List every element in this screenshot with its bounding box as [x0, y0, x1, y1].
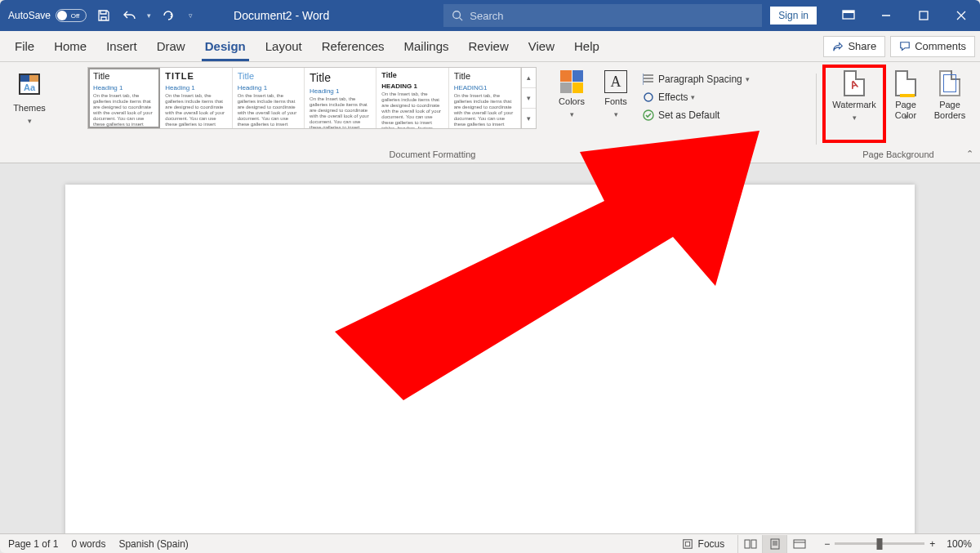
style-item-5[interactable]: TitleHEADING 1On the Insert tab, the gal…: [376, 68, 448, 128]
ribbon-tabs: File Home Insert Draw Design Layout Refe…: [0, 31, 980, 62]
zoom-controls: − + 100%: [824, 538, 972, 550]
document-page[interactable]: [65, 185, 915, 533]
colors-icon: [560, 70, 583, 93]
ribbon: Aa Themes ▾ TitleHeading 1On the Insert …: [0, 62, 980, 163]
focus-label: Focus: [698, 538, 725, 550]
paragraph-spacing-button[interactable]: Paragraph Spacing ▾: [639, 70, 777, 88]
themes-button[interactable]: Aa Themes ▾: [8, 67, 51, 129]
undo-icon[interactable]: [121, 7, 139, 25]
zoom-in-button[interactable]: +: [929, 538, 935, 550]
minimize-icon[interactable]: [867, 0, 905, 31]
status-language[interactable]: Spanish (Spain): [118, 538, 188, 550]
document-canvas[interactable]: [0, 163, 980, 533]
quick-access-toolbar: AutoSave Off ▾ ▿: [0, 7, 201, 25]
read-mode-button[interactable]: [737, 535, 762, 553]
zoom-level[interactable]: 100%: [947, 538, 972, 550]
effects-button[interactable]: Effects ▾: [639, 88, 777, 106]
fonts-icon: A: [604, 70, 627, 93]
title-bar: AutoSave Off ▾ ▿ Document2 - Word Search…: [0, 0, 980, 31]
focus-mode-button[interactable]: Focus: [682, 538, 725, 550]
gallery-up-button[interactable]: ▴: [522, 68, 536, 88]
page-color-button[interactable]: Page Color ▾: [885, 67, 926, 129]
chevron-down-icon: ▾: [614, 110, 618, 118]
paragraph-spacing-label: Paragraph Spacing: [658, 74, 742, 85]
print-layout-button[interactable]: [762, 535, 786, 553]
set-default-button[interactable]: Set as Default: [639, 106, 777, 124]
sign-in-button[interactable]: Sign in: [770, 7, 817, 25]
zoom-out-button[interactable]: −: [824, 538, 830, 550]
colors-label: Colors: [559, 96, 585, 107]
status-bar: Page 1 of 1 0 words Spanish (Spain) Focu…: [0, 533, 980, 553]
watermark-icon: [844, 70, 865, 96]
tab-mailings[interactable]: Mailings: [394, 31, 459, 61]
set-default-label: Set as Default: [658, 109, 719, 121]
group-page-background: Watermark ▾ Page Color ▾ Page Borders Pa…: [822, 67, 975, 163]
tab-home[interactable]: Home: [44, 31, 96, 61]
svg-point-0: [453, 11, 461, 19]
style-item-1[interactable]: TitleHeading 1On the Insert tab, the gal…: [88, 68, 160, 128]
autosave-switch-icon: Off: [56, 9, 87, 22]
tab-draw[interactable]: Draw: [147, 31, 195, 61]
title-right-controls: Sign in: [770, 0, 980, 31]
close-icon[interactable]: [942, 0, 980, 31]
group-label-background: Page Background: [862, 149, 933, 163]
page-borders-icon: [939, 70, 960, 96]
style-item-3[interactable]: TitleHeading 1On the Insert tab, the gal…: [233, 68, 305, 128]
redo-icon[interactable]: [159, 7, 177, 25]
maximize-icon[interactable]: [905, 0, 942, 31]
status-words[interactable]: 0 words: [71, 538, 105, 550]
page-color-icon: [895, 70, 916, 96]
autosave-toggle[interactable]: AutoSave Off: [8, 9, 87, 22]
autosave-label: AutoSave: [8, 10, 51, 21]
svg-rect-12: [794, 540, 805, 548]
tab-insert[interactable]: Insert: [96, 31, 147, 61]
share-button[interactable]: Share: [823, 36, 885, 57]
chevron-down-icon: ▾: [28, 117, 32, 125]
page-borders-button[interactable]: Page Borders: [928, 67, 972, 129]
focus-icon: [682, 538, 693, 550]
tab-layout[interactable]: Layout: [256, 31, 312, 61]
comments-label: Comments: [915, 40, 966, 52]
colors-button[interactable]: Colors ▾: [550, 67, 593, 129]
gallery-down-button[interactable]: ▾: [522, 88, 536, 109]
share-icon: [832, 41, 844, 52]
svg-rect-8: [685, 542, 689, 546]
tab-file[interactable]: File: [5, 31, 44, 61]
zoom-slider[interactable]: [835, 542, 924, 545]
style-item-6[interactable]: TitleHEADING1On the Insert tab, the gall…: [449, 68, 521, 128]
tab-references[interactable]: References: [312, 31, 394, 61]
themes-label: Themes: [13, 103, 46, 114]
chevron-down-icon: ▾: [746, 75, 750, 83]
style-item-2[interactable]: TITLEHeading 1On the Insert tab, the gal…: [160, 68, 232, 128]
gallery-more-button[interactable]: ▾: [522, 109, 536, 128]
document-title: Document2 - Word: [201, 9, 443, 22]
themes-icon: Aa: [16, 70, 43, 100]
group-label-formatting: Document Formatting: [390, 149, 476, 163]
tab-design[interactable]: Design: [195, 31, 256, 61]
gallery-scroll: ▴ ▾ ▾: [521, 68, 536, 128]
checkmark-icon: [642, 109, 655, 122]
search-placeholder: Search: [470, 10, 503, 22]
style-gallery[interactable]: TitleHeading 1On the Insert tab, the gal…: [87, 67, 537, 129]
tab-review[interactable]: Review: [459, 31, 519, 61]
share-label: Share: [848, 40, 876, 52]
save-icon[interactable]: [95, 7, 113, 25]
page-borders-label: Page Borders: [928, 100, 972, 121]
group-themes: Aa Themes ▾: [5, 67, 54, 163]
paragraph-spacing-icon: [642, 73, 655, 86]
comments-button[interactable]: Comments: [890, 36, 975, 57]
status-page[interactable]: Page 1 of 1: [8, 538, 58, 550]
tab-help[interactable]: Help: [564, 31, 609, 61]
web-layout-button[interactable]: [786, 535, 811, 553]
watermark-button[interactable]: Watermark ▾: [825, 67, 884, 140]
svg-rect-7: [683, 539, 692, 548]
search-box[interactable]: Search: [443, 4, 762, 27]
fonts-button[interactable]: A Fonts ▾: [595, 67, 637, 129]
tab-view[interactable]: View: [519, 31, 564, 61]
ribbon-display-options-icon[interactable]: [830, 0, 867, 31]
collapse-ribbon-button[interactable]: ⌃: [966, 149, 973, 159]
view-mode-buttons: [737, 535, 811, 553]
style-item-4[interactable]: TitleHeading 1On the Insert tab, the gal…: [305, 68, 376, 128]
chevron-down-icon: ▾: [691, 93, 695, 101]
svg-rect-10: [751, 540, 756, 548]
